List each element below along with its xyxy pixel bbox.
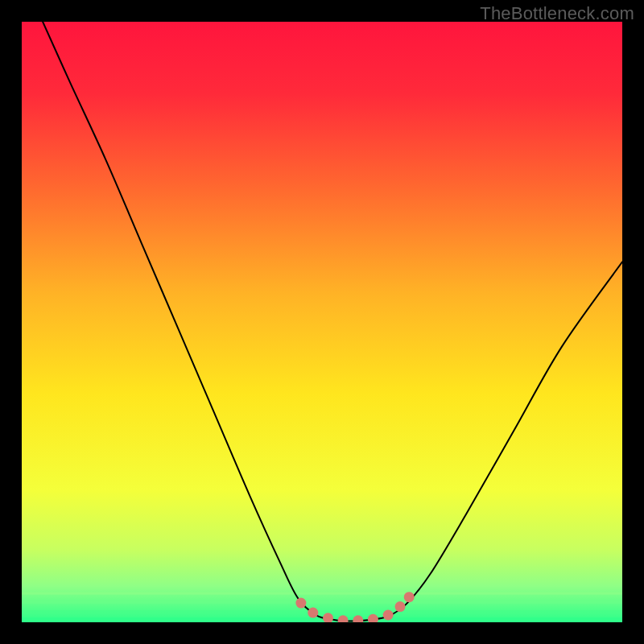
svg-point-11 xyxy=(383,610,394,621)
svg-point-12 xyxy=(395,601,406,612)
optimal-range-markers xyxy=(295,592,414,622)
plot-area xyxy=(22,22,622,622)
svg-point-5 xyxy=(295,598,306,609)
svg-point-6 xyxy=(308,608,318,618)
chart-frame: TheBottleneck.com xyxy=(0,0,644,644)
svg-point-13 xyxy=(404,592,415,602)
curve-overlay xyxy=(22,22,622,622)
svg-point-9 xyxy=(353,615,363,622)
svg-point-10 xyxy=(368,614,378,622)
bottleneck-curve xyxy=(43,22,622,621)
svg-point-7 xyxy=(323,613,333,622)
svg-point-8 xyxy=(338,615,349,622)
